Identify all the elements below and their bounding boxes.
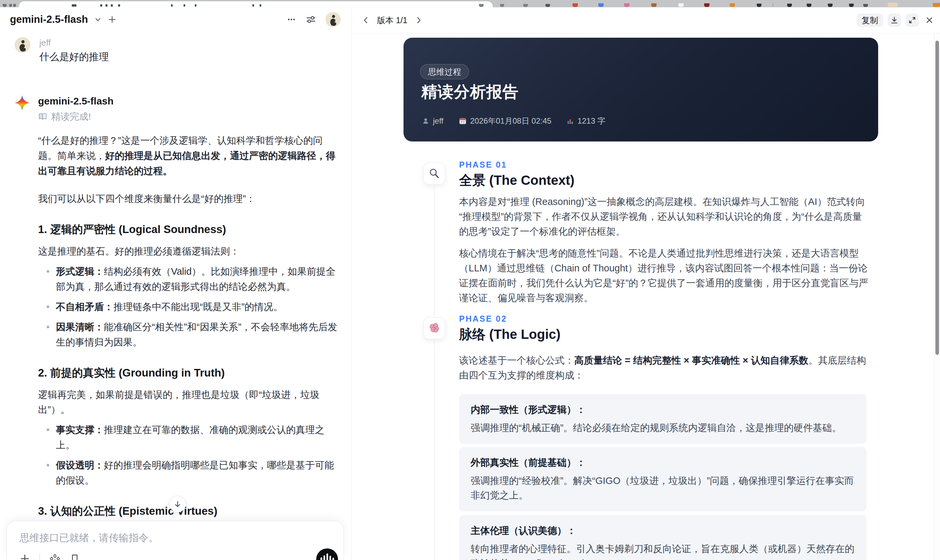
bar-chart-icon xyxy=(567,117,574,125)
phase2-lead-bold: 高质量结论 = 结构完整性 × 事实准确性 × 认知自律系数 xyxy=(574,355,808,366)
section-bullet-list: 事实支撑：推理建立在可靠的数据、准确的观测或公认的真理之上。 假设透明：好的推理… xyxy=(38,422,339,488)
artifact-content[interactable]: 思维过程 精读分析报告 jeff xyxy=(352,34,934,560)
browser-extension-icon-fragment[interactable] xyxy=(523,4,528,7)
new-chat-icon[interactable] xyxy=(108,15,116,24)
browser-extension-icon-fragment[interactable] xyxy=(500,4,504,7)
browser-extension-icon-fragment[interactable] xyxy=(9,4,12,7)
user-message: jeff 什么是好的推理 xyxy=(15,37,345,64)
browser-extension-icon-fragment[interactable] xyxy=(651,3,656,7)
browser-extension-icon-fragment[interactable] xyxy=(888,3,898,7)
browser-extension-icon-fragment[interactable] xyxy=(787,4,792,7)
card-title: 内部一致性（形式逻辑）： xyxy=(471,403,855,416)
report-datetime: 2026年01月08日 02:45 xyxy=(459,116,552,126)
conversation-title[interactable]: gemini-2.5-flash xyxy=(10,14,88,25)
section-bullet-list: 形式逻辑：结构必须有效（Valid）。比如演绎推理中，如果前提全部为真，那么通过… xyxy=(38,264,339,350)
download-button[interactable] xyxy=(888,14,901,27)
bullet-item: 事实支撑：推理建立在可靠的数据、准确的观测或公认的真理之上。 xyxy=(38,422,339,452)
chevron-down-icon[interactable] xyxy=(94,15,102,23)
phase1-paragraph: 本内容是对“推理 (Reasoning)”这一抽象概念的高层建模。在知识爆炸与人… xyxy=(459,194,871,239)
browser-active-tab[interactable] xyxy=(19,2,493,7)
bullet-item: 因果清晰：能准确区分“相关性”和“因果关系”，不会轻率地将先后发生的事情归为因果… xyxy=(38,319,339,350)
browser-extension-icon-fragment[interactable] xyxy=(807,4,811,7)
browser-extension-icon-fragment[interactable] xyxy=(479,4,484,7)
bookmark-icon[interactable] xyxy=(70,554,80,560)
artifact-toolbar: 版本 1/1 复制 xyxy=(352,7,940,33)
expand-icon xyxy=(908,16,917,25)
artifact-panel: 版本 1/1 复制 xyxy=(352,7,940,560)
previous-version-button[interactable] xyxy=(360,14,372,26)
phase1-paragraph: 核心情境在于解决“思考的随意性”问题。不论是人类通过批判性思维进行决策，还是大语… xyxy=(459,246,871,305)
phase1-title: 全景 (The Context) xyxy=(459,171,575,189)
tab-url-text-fragment xyxy=(171,4,173,7)
section-heading: 3. 认知的公正性 (Epistemic Virtues) xyxy=(38,504,339,518)
browser-extension-icon-fragment[interactable] xyxy=(598,3,604,7)
download-icon xyxy=(890,16,898,25)
dimension-card: 外部真实性（前提基础）： 强调推理的“经验校准”。解决“GIGO（垃圾进，垃圾出… xyxy=(459,447,866,511)
report-badge: 思维过程 xyxy=(420,64,469,79)
scroll-to-bottom-button[interactable] xyxy=(170,496,186,512)
tab-url-text-fragment xyxy=(183,4,185,7)
voice-input-button[interactable] xyxy=(316,548,338,560)
card-body: 强调推理的“经验校准”。解决“GIGO（垃圾进，垃圾出）”问题，确保推理引擎运行… xyxy=(471,473,855,503)
message-author: jeff xyxy=(39,37,109,48)
browser-extension-icon-fragment[interactable] xyxy=(730,3,735,7)
composer-divider xyxy=(39,554,40,560)
card-body: 转向推理者的心理特征。引入奥卡姆剃刀和反向论证，旨在克服人类（或机器）天然存在的… xyxy=(471,542,855,560)
phase1-marker xyxy=(423,163,445,185)
browser-extension-icon-fragment[interactable] xyxy=(757,4,761,7)
timeline-line xyxy=(434,340,435,560)
bullet-item: 假设透明：好的推理会明确指明哪些是已知事实，哪些是基于可能的假设。 xyxy=(38,457,339,488)
open-book-icon xyxy=(38,112,47,122)
browser-extension-icon-fragment[interactable] xyxy=(828,4,832,7)
tab-url-text-fragment xyxy=(100,4,102,7)
browser-extension-icon-fragment[interactable] xyxy=(773,3,773,7)
bullet-item: 形式逻辑：结构必须有效（Valid）。比如演绎推理中，如果前提全部为真，那么通过… xyxy=(38,264,339,294)
browser-extension-icon-fragment[interactable] xyxy=(546,4,550,7)
tab-url-text-fragment xyxy=(105,4,108,7)
dimension-card: 内部一致性（形式逻辑）： 强调推理的“机械正确”。结论必须在给定的规则系统内逻辑… xyxy=(459,394,866,444)
more-options-icon[interactable] xyxy=(287,15,296,25)
fullscreen-button[interactable] xyxy=(906,14,919,27)
chat-header: gemini-2.5-flash xyxy=(0,7,351,32)
copy-button[interactable]: 复制 xyxy=(857,14,883,27)
composer-placeholder[interactable]: 思维接口已就绪，请传输指令。 xyxy=(20,531,159,545)
browser-extension-icon-fragment[interactable] xyxy=(849,4,854,7)
arrow-down-icon xyxy=(174,500,182,508)
report-title: 精读分析报告 xyxy=(421,82,519,103)
user-avatar xyxy=(15,37,31,53)
assistant-status-text: 精读完成! xyxy=(51,111,91,123)
close-icon xyxy=(925,16,934,25)
version-label: 版本 1/1 xyxy=(377,15,407,26)
browser-extension-icon-fragment[interactable] xyxy=(13,4,16,7)
dimensions-intro: 我们可以从以下四个维度来衡量什么是“好的推理”： xyxy=(38,191,339,206)
browser-extension-icon-fragment[interactable] xyxy=(3,4,7,7)
browser-extension-icon-fragment[interactable] xyxy=(624,3,629,7)
tab-url-text-fragment xyxy=(118,4,120,7)
report-hero-card: 思维过程 精读分析报告 jeff xyxy=(404,38,878,142)
skills-diamonds-icon[interactable] xyxy=(49,553,60,560)
chat-message-list[interactable]: jeff 什么是好的推理 gemini-2.5-flash xyxy=(15,32,345,560)
browser-extension-icon-fragment[interactable] xyxy=(863,4,868,7)
attach-plus-icon[interactable] xyxy=(20,553,30,560)
brain-icon xyxy=(428,322,441,335)
browser-extension-icon-fragment[interactable] xyxy=(933,3,940,7)
browser-extension-icon-fragment[interactable] xyxy=(678,3,684,7)
user-avatar[interactable] xyxy=(325,12,341,27)
app-window: gemini-2.5-flash xyxy=(0,7,940,560)
tab-url-text-fragment xyxy=(111,4,113,7)
report-word-count: 1213 字 xyxy=(567,116,605,126)
chat-panel: gemini-2.5-flash xyxy=(0,7,351,560)
phase2-lead-prefix: 该论述基于一个核心公式： xyxy=(459,355,574,366)
model-settings-sliders-icon[interactable] xyxy=(306,14,316,25)
artifact-scrollbar[interactable] xyxy=(934,34,940,560)
assistant-status: 精读完成! xyxy=(38,111,339,123)
assistant-model-name: gemini-2.5-flash xyxy=(38,95,339,108)
scrollbar-thumb[interactable] xyxy=(935,41,939,355)
close-button[interactable] xyxy=(923,14,935,26)
browser-extension-icon-fragment[interactable] xyxy=(573,3,578,7)
section-heading: 2. 前提的真实性 (Grounding in Truth) xyxy=(38,366,339,380)
browser-extension-icon-fragment[interactable] xyxy=(704,3,709,7)
report-meta: jeff 2026年01月08日 02:45 xyxy=(422,116,605,126)
next-version-button[interactable] xyxy=(413,14,425,26)
message-composer[interactable]: 思维接口已就绪，请传输指令。 xyxy=(7,521,344,560)
